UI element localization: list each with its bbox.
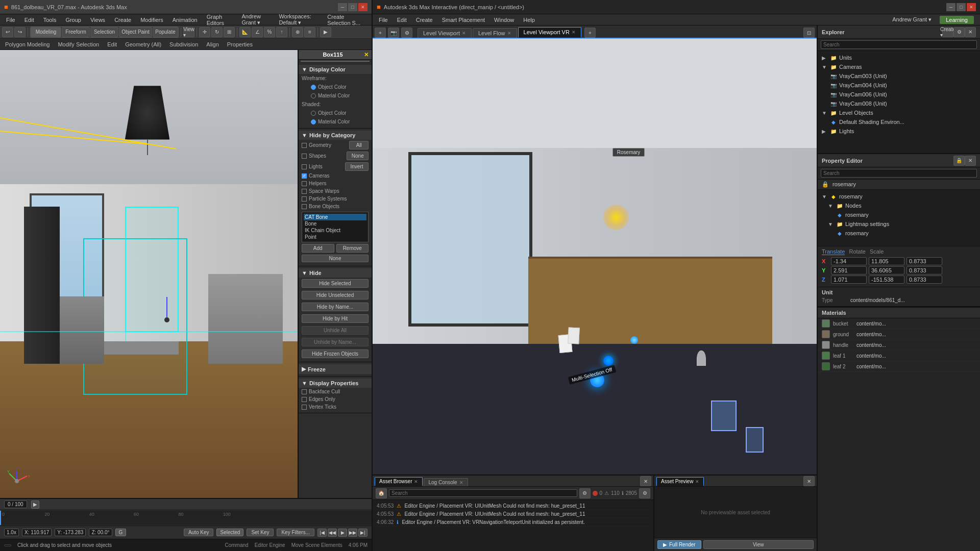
mirror-btn[interactable]: ⊕ — [292, 27, 303, 37]
tab-asset-preview[interactable]: Asset Preview ✕ — [656, 477, 704, 486]
spinner-snap-btn[interactable]: ↑ — [276, 27, 287, 37]
tree-vray008[interactable]: 📷 VrayCam008 (Unit) — [818, 99, 980, 108]
prop-rosemary-lightmap[interactable]: ◆ rosemary — [818, 229, 980, 238]
tab-level-viewport[interactable]: Level Viewport ✕ — [418, 28, 472, 38]
none-btn[interactable]: None — [302, 255, 369, 262]
add-btn[interactable]: Add — [302, 244, 334, 253]
unhide-all-btn[interactable]: Unhide All — [302, 326, 369, 335]
x-rotate-input[interactable] — [869, 257, 904, 265]
modeling-tab[interactable]: Modeling — [31, 27, 61, 37]
menu-modifiers[interactable]: Modifiers — [136, 16, 167, 24]
bone-listbox[interactable]: CAT Bone Bone IK Chain Object Point — [302, 212, 369, 242]
backface-check[interactable] — [302, 389, 307, 394]
list-item-cat-bone[interactable]: CAT Bone — [304, 214, 366, 220]
prop-rosemary-node[interactable]: ◆ rosemary — [818, 210, 980, 219]
right-maximize-btn[interactable]: □ — [957, 3, 966, 11]
add-viewport-btn[interactable]: + — [375, 28, 386, 38]
render-btn[interactable]: ▶ — [320, 27, 331, 37]
view-btn[interactable]: View — [703, 540, 814, 549]
viewport-capture-btn[interactable]: 📷 — [388, 28, 399, 38]
full-render-btn[interactable]: ▶ Full Render — [657, 540, 701, 549]
space-warps-check[interactable] — [302, 189, 307, 194]
menu-graph-editors[interactable]: Graph Editors — [203, 13, 236, 27]
log-tab-close[interactable]: ✕ — [459, 480, 463, 485]
geometry-all-btn[interactable]: Geometry (All) — [122, 41, 164, 48]
left-close-btn[interactable]: ✕ — [358, 3, 368, 11]
invert-btn[interactable]: Invert — [345, 162, 369, 171]
helpers-check[interactable] — [302, 181, 307, 186]
prop-rosemary-root[interactable]: ▼ ◆ rosemary — [818, 192, 980, 201]
translate-tab[interactable]: Translate — [822, 248, 845, 255]
explorer-close-btn[interactable]: ✕ — [965, 27, 976, 37]
select-rotate-btn[interactable]: ↻ — [211, 27, 223, 37]
tree-units[interactable]: ▶ 📁 Units — [818, 53, 980, 62]
y-rotate-input[interactable] — [869, 266, 904, 274]
asset-search-input[interactable] — [389, 489, 577, 497]
prop-close-btn[interactable]: ✕ — [965, 156, 976, 166]
left-viewport[interactable]: [+] [Perspective] [Standard] [Default Sh… — [0, 50, 298, 498]
z-translate-input[interactable] — [831, 276, 867, 284]
menu-edit[interactable]: Edit — [20, 16, 38, 24]
right-viewport[interactable]: Rosemary Multi-Selection Off — [373, 39, 817, 474]
right-close-btn[interactable]: ✕ — [967, 3, 976, 11]
list-item-bone[interactable]: Bone — [304, 220, 366, 227]
workspaces-menu[interactable]: Workspaces: Default ▾ — [275, 12, 320, 27]
tree-vray003[interactable]: 📷 VrayCam003 (Unit) — [818, 71, 980, 81]
asset-tab-close[interactable]: ✕ — [414, 479, 418, 484]
tree-cameras[interactable]: ▼ 📁 Cameras — [818, 62, 980, 71]
z-scale-input[interactable] — [906, 276, 942, 284]
select-move-btn[interactable]: ✛ — [199, 27, 210, 37]
play-btn[interactable]: ▶ — [31, 500, 39, 509]
shaded-obj-radio[interactable] — [311, 111, 316, 116]
snap-btn[interactable]: 📐 — [239, 27, 251, 37]
key-filters-btn[interactable]: Key Filters... — [277, 529, 314, 536]
tab-close-2[interactable]: ✕ — [507, 31, 511, 36]
right-user-menu[interactable]: Andrew Grant ▾ — [888, 15, 936, 24]
tree-default-shading[interactable]: ◆ Default Shading Environ... — [818, 117, 980, 127]
right-menu-window[interactable]: Window — [490, 16, 518, 24]
prop-nodes-folder[interactable]: ▼ 📁 Nodes — [818, 201, 980, 210]
next-frame-btn[interactable]: ▶| — [358, 529, 368, 537]
set-key-btn[interactable]: Set Key — [247, 529, 274, 536]
right-minimize-btn[interactable]: ─ — [946, 3, 955, 11]
prev-key-btn[interactable]: ◀◀ — [328, 529, 337, 537]
object-paint-tab[interactable]: Object Paint — [119, 27, 152, 37]
prop-search-input[interactable] — [821, 169, 977, 178]
create-selection-set[interactable]: Create Selection S... — [323, 13, 365, 27]
viewport-btn[interactable]: View ▾ — [183, 27, 194, 37]
tree-vray006[interactable]: 📷 VrayCam006 (Unit) — [818, 90, 980, 99]
timeline-track[interactable]: 0 20 40 60 80 100 — [0, 510, 372, 525]
close-bottom-btn[interactable]: ✕ — [640, 476, 651, 486]
remove-btn[interactable]: Remove — [336, 244, 369, 253]
viewport-settings-btn[interactable]: ⚙ — [401, 28, 412, 38]
shapes-check[interactable] — [302, 154, 307, 159]
rotate-tab[interactable]: Rotate — [849, 248, 865, 255]
align-btn[interactable]: ≡ — [304, 27, 315, 37]
menu-group[interactable]: Group — [61, 16, 85, 24]
redo-btn[interactable]: ↪ — [14, 27, 26, 37]
tree-vray004[interactable]: 📷 VrayCam004 (Unit) — [818, 81, 980, 90]
tab-close-3[interactable]: ✕ — [572, 30, 576, 35]
edges-check[interactable] — [302, 397, 307, 402]
scale-tab[interactable]: Scale — [870, 248, 884, 255]
right-menu-edit[interactable]: Edit — [393, 16, 411, 24]
menu-file[interactable]: File — [2, 16, 19, 24]
wireframe-mat-radio[interactable] — [311, 93, 316, 98]
play-btn2[interactable]: ▶ — [338, 529, 347, 537]
auto-key-btn[interactable]: Auto Key — [184, 529, 214, 536]
next-key-btn[interactable]: ▶▶ — [348, 529, 357, 537]
left-minimize-btn[interactable]: ─ — [338, 3, 347, 11]
explorer-search-input[interactable] — [821, 40, 977, 49]
right-menu-help[interactable]: Help — [519, 16, 539, 24]
left-maximize-btn[interactable]: □ — [348, 3, 357, 11]
prev-frame-btn[interactable]: |◀ — [317, 529, 327, 537]
tab-asset-browser[interactable]: Asset Browser ✕ — [375, 477, 423, 486]
asset-settings-btn[interactable]: ⚙ — [639, 488, 650, 498]
populate-tab[interactable]: Populate — [153, 27, 178, 37]
hide-title[interactable]: ▼ Hide — [299, 268, 372, 278]
menu-create[interactable]: Create — [110, 16, 135, 24]
learning-btn[interactable]: Learning — [940, 16, 974, 24]
right-menu-file[interactable]: File — [375, 16, 392, 24]
z-rotate-input[interactable] — [869, 276, 904, 284]
freeze-title[interactable]: ▶ Freeze — [299, 364, 372, 374]
